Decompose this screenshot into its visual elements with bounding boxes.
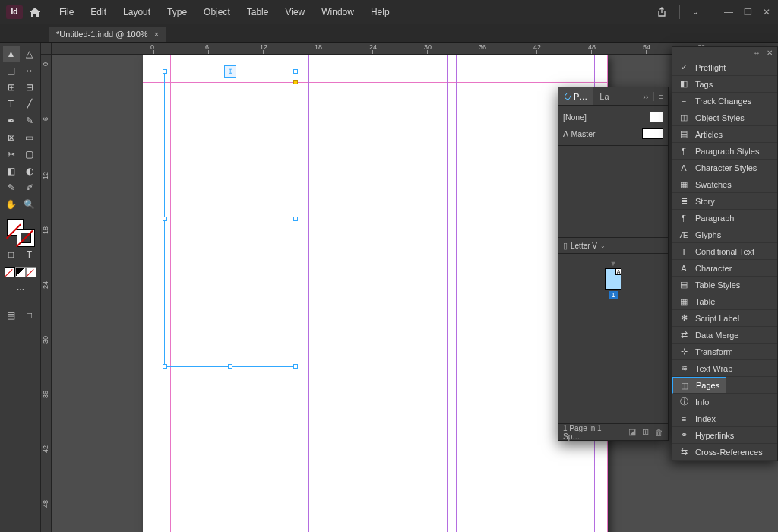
ruler-origin[interactable] [41,43,52,55]
panel-conditional-text[interactable]: TConditional Text [672,243,777,260]
tool-eyedropper[interactable]: ✐ [21,180,38,195]
handle-ml[interactable] [163,217,167,221]
panel-transform[interactable]: ⊹Transform [672,344,777,360]
panel-data-merge[interactable]: ⇄Data Merge [672,327,777,344]
panel-character-styles[interactable]: ACharacter Styles [672,160,777,176]
content-grabber-icon[interactable]: ↧ [224,65,236,78]
tool-rectangle-frame[interactable]: ⊠ [3,130,20,145]
tool-content-collector[interactable]: ⊞ [3,80,20,95]
panel-table-styles[interactable]: ▤Table Styles [672,277,777,293]
pages-panel-tab-pages[interactable]: P… [558,87,593,105]
panel-swatches[interactable]: ▦Swatches [672,176,777,193]
tool-gradient-swatch[interactable]: ◧ [3,163,20,179]
pages-panel-tab-layers[interactable]: La [593,87,615,105]
panel-object-styles[interactable]: ◫Object Styles [672,109,777,126]
menu-type[interactable]: Type [160,4,194,21]
home-icon[interactable] [29,7,46,17]
menu-table[interactable]: Table [239,4,277,21]
tool-hand[interactable]: ✋ [3,197,20,212]
apply-gradient-icon[interactable] [16,268,25,277]
menu-edit[interactable]: Edit [83,4,114,21]
tool-gradient-feather[interactable]: ◐ [21,163,38,179]
handle-br[interactable] [293,364,298,369]
menu-window[interactable]: Window [314,4,362,21]
pages-panel[interactable]: P… La ›› ≡ [None] A-Master ▯ Letter V ⌄ … [558,87,669,441]
tool-type[interactable]: T [3,97,20,112]
panel-pages[interactable]: ◫Pages [672,377,726,394]
tool-content-placer[interactable]: ⊟ [21,80,38,95]
tool-pencil[interactable]: ✎ [21,113,38,128]
master-a-thumb[interactable] [642,128,663,139]
panel-tags[interactable]: ◧Tags [672,76,777,93]
page-size-dropdown[interactable]: ⌄ [600,242,606,249]
panel-collapse-icon[interactable]: ›› [643,92,648,101]
panel-story[interactable]: ≣Story [672,193,777,210]
handle-tl[interactable] [163,69,167,74]
panel-preflight[interactable]: ✓Preflight [672,59,777,76]
menu-object[interactable]: Object [196,4,238,21]
handle-bm[interactable] [228,364,232,369]
tool-gap[interactable]: ↔ [21,63,38,78]
apply-none-icon[interactable] [5,268,14,277]
tool-pen[interactable]: ✒ [3,113,20,128]
handle-tr[interactable] [293,69,298,74]
window-close[interactable]: ✕ [763,7,770,17]
panel-articles[interactable]: ▤Articles [672,126,777,143]
panel-text-wrap[interactable]: ≋Text Wrap [672,360,777,377]
dock-expand-icon[interactable]: ↔ [753,49,761,57]
tool-rectangle[interactable]: ▭ [21,130,38,145]
ruler-vertical[interactable]: 0612182430364248546066 [41,55,52,532]
live-corner-handle[interactable] [293,80,298,84]
delete-page-icon[interactable]: 🗑 [655,428,663,437]
panel-table[interactable]: ▦Table [672,293,777,310]
handle-bl[interactable] [163,364,167,369]
panel-paragraph[interactable]: ¶Paragraph [672,210,777,226]
apply-color-icon[interactable] [27,268,36,277]
menu-help[interactable]: Help [363,4,397,21]
master-none-thumb[interactable] [650,112,663,122]
tool-note[interactable]: ✎ [3,180,20,195]
tool-direct-select[interactable]: △ [21,46,38,62]
workspace-switcher[interactable]: ⌄ [692,8,698,16]
new-page-icon[interactable]: ⊞ [642,427,649,437]
tool-selection[interactable]: ▲ [3,46,20,62]
tool-page[interactable]: ◫ [3,63,20,78]
tool-scissors[interactable]: ✂ [3,147,20,162]
panel-hyperlinks[interactable]: ⚭Hyperlinks [672,427,777,444]
panel-info[interactable]: ⓘInfo [672,394,777,410]
ruler-horizontal[interactable]: 06121824303642485460 [52,43,778,55]
panel-track-changes[interactable]: ≡Track Changes [672,93,777,109]
panel-index[interactable]: ≡Index [672,410,777,427]
panel-paragraph-styles[interactable]: ¶Paragraph Styles [672,143,777,160]
screen-mode-normal[interactable]: ▤ [3,308,20,323]
stroke-swatch[interactable] [17,230,34,246]
tool-zoom[interactable]: 🔍 [21,197,38,212]
toolbox-more[interactable]: ⋯ [13,281,28,296]
panel-glyphs[interactable]: ÆGlyphs [672,226,777,243]
panel-character[interactable]: ACharacter [672,260,777,277]
screen-mode-preview[interactable]: □ [21,308,38,323]
tool-line[interactable]: ╱ [21,97,38,112]
document-tab[interactable]: *Untitled-1.indd @ 100% × [49,27,166,42]
fill-stroke-swatch[interactable] [7,219,34,246]
handle-mr[interactable] [293,217,298,221]
menu-view[interactable]: View [277,4,312,21]
page-thumb-1[interactable]: A [605,268,621,290]
panel-cross-references[interactable]: ⇆Cross-References [672,444,777,461]
tool-free-transform[interactable]: ▢ [21,147,38,162]
dock-close-icon[interactable]: ✕ [767,49,773,57]
format-container[interactable]: □ [3,247,20,262]
document-tab-close[interactable]: × [154,30,159,39]
edit-page-size-icon[interactable]: ◪ [628,427,636,437]
panel-script-label[interactable]: ✻Script Label [672,310,777,327]
master-none-row[interactable]: [None] [558,109,668,125]
share-icon[interactable] [656,7,667,17]
format-text[interactable]: T [21,247,38,262]
window-minimize[interactable]: ― [724,7,733,17]
panel-menu-icon[interactable]: ≡ [659,92,663,101]
window-maximize[interactable]: ❐ [744,7,752,17]
master-a-row[interactable]: A-Master [558,125,668,142]
selection-frame[interactable]: ↧ [164,71,296,367]
menu-layout[interactable]: Layout [115,4,158,21]
page-list[interactable]: ▼ A 1 [558,254,668,309]
